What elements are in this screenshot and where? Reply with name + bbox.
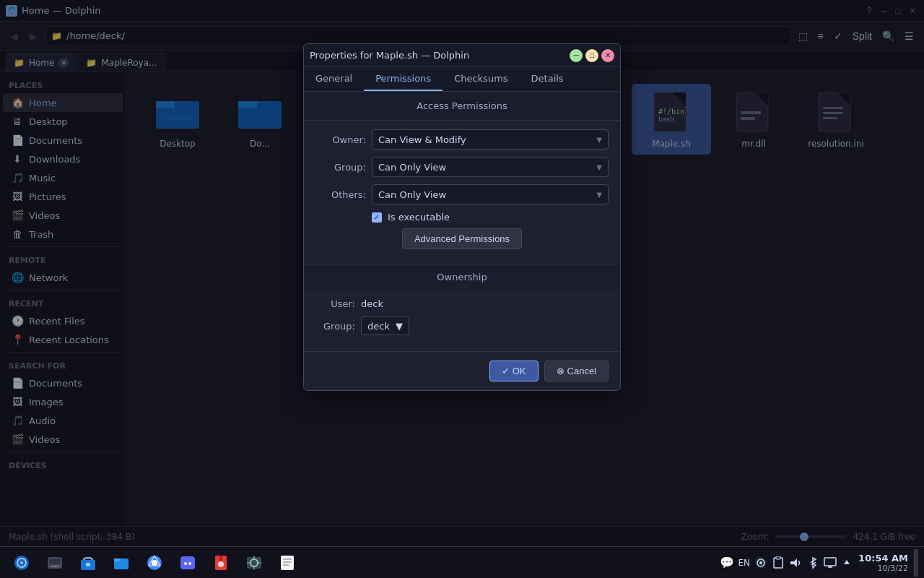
ok-label: OK — [513, 366, 526, 376]
files-icon — [113, 554, 130, 571]
svg-rect-47 — [114, 558, 121, 561]
group-ownership-row: Group: deck ▼ — [315, 316, 609, 335]
owner-value: Can View & Modify — [378, 134, 466, 145]
taskbar-steamos[interactable] — [6, 549, 38, 577]
svg-point-40 — [20, 561, 23, 564]
tray-volume-icon[interactable] — [789, 556, 802, 569]
tab-general[interactable]: General — [304, 67, 364, 91]
svg-rect-43 — [51, 566, 59, 567]
taskbar-discover[interactable] — [39, 549, 71, 577]
access-permissions-body: Owner: Can View & Modify ▼ Group: Can On… — [304, 121, 620, 264]
group-ownership-select[interactable]: deck ▼ — [361, 316, 409, 335]
taskbar-store[interactable] — [72, 549, 104, 577]
properties-dialog: Properties for Maple.sh — Dolphin ─ □ ✕ … — [303, 43, 621, 391]
dialog-minimize-button[interactable]: ─ — [570, 49, 583, 62]
svg-rect-42 — [49, 558, 61, 564]
group-dropdown-arrow: ▼ — [596, 163, 602, 171]
user-label: User: — [315, 298, 355, 309]
svg-point-54 — [218, 561, 224, 567]
taskbar-flatseal[interactable] — [205, 549, 237, 577]
taskbar-right: 💬 EN — [720, 549, 918, 577]
group-row: Group: Can Only View ▼ — [315, 157, 609, 177]
tab-permissions-label: Permissions — [375, 73, 431, 84]
tray-steam-icon[interactable] — [754, 556, 767, 569]
svg-rect-45 — [86, 563, 90, 566]
group-select[interactable]: Can Only View ▼ — [372, 157, 609, 177]
executable-row: ✓ Is executable — [372, 212, 609, 223]
discover-icon — [46, 554, 64, 571]
dialog-controls: ─ □ ✕ — [570, 49, 614, 62]
group-ownership-arrow: ▼ — [396, 321, 403, 332]
tray-expand-icon[interactable] — [841, 557, 853, 569]
tray-bluetooth-icon[interactable] — [806, 556, 819, 569]
taskbar-flameshot[interactable] — [238, 549, 270, 577]
cancel-x-icon: ⊗ — [557, 366, 565, 376]
tab-general-label: General — [315, 73, 352, 84]
taskbar-files[interactable] — [105, 549, 137, 577]
svg-marker-75 — [844, 560, 850, 564]
tray-discord-icon[interactable]: 💬 — [720, 556, 734, 569]
svg-rect-55 — [219, 556, 222, 561]
user-row: User: deck — [315, 298, 609, 309]
tray-clipboard-icon[interactable] — [772, 556, 785, 569]
taskbar: 💬 EN — [0, 546, 924, 578]
svg-rect-50 — [180, 556, 195, 569]
dialog-title-bar: Properties for Maple.sh — Dolphin ─ □ ✕ — [304, 44, 620, 67]
svg-rect-72 — [824, 558, 836, 566]
group-ownership-label: Group: — [315, 321, 355, 332]
show-desktop-button[interactable] — [914, 549, 918, 577]
tab-checksums-label: Checksums — [454, 73, 507, 84]
owner-label: Owner: — [315, 134, 366, 145]
svg-rect-62 — [281, 556, 294, 570]
tab-details-label: Details — [531, 73, 564, 84]
svg-point-51 — [184, 562, 187, 565]
user-value: deck — [361, 298, 383, 309]
ownership-body: User: deck Group: deck ▼ — [304, 290, 620, 351]
access-permissions-header: Access Permissions — [304, 92, 620, 121]
steamos-icon — [13, 554, 30, 571]
taskbar-kate[interactable] — [271, 549, 303, 577]
dialog-close-button[interactable]: ✕ — [601, 49, 614, 62]
tray-keyboard-label[interactable]: EN — [738, 558, 751, 568]
taskbar-chrome[interactable] — [139, 549, 170, 577]
discord-icon — [179, 554, 196, 571]
advanced-permissions-button[interactable]: Advanced Permissions — [402, 228, 522, 249]
clock-date: 10/3/22 — [858, 564, 908, 573]
dialog-content: Access Permissions Owner: Can View & Mod… — [304, 92, 620, 390]
taskbar-discord[interactable] — [172, 549, 204, 577]
owner-row: Owner: Can View & Modify ▼ — [315, 129, 609, 150]
kate-icon — [279, 554, 296, 571]
owner-select[interactable]: Can View & Modify ▼ — [372, 129, 609, 150]
svg-point-49 — [152, 560, 157, 566]
others-row: Others: Can Only View ▼ — [315, 184, 609, 204]
executable-checkbox[interactable]: ✓ — [372, 212, 382, 223]
ok-check-icon: ✓ — [502, 366, 510, 376]
dialog-tab-bar: General Permissions Checksums Details — [304, 67, 620, 92]
tab-permissions[interactable]: Permissions — [364, 67, 443, 91]
cancel-button[interactable]: ⊗ Cancel — [544, 361, 609, 381]
tray-screen-icon[interactable] — [824, 556, 837, 569]
others-dropdown-arrow: ▼ — [596, 191, 602, 199]
others-select[interactable]: Can Only View ▼ — [372, 184, 609, 204]
dialog-footer: ✓ OK ⊗ Cancel — [304, 351, 620, 390]
modal-overlay: Properties for Maple.sh — Dolphin ─ □ ✕ … — [0, 0, 924, 546]
group-ownership-value: deck — [367, 321, 390, 332]
clock[interactable]: 10:54 AM 10/3/22 — [858, 553, 908, 573]
store-icon — [79, 554, 97, 571]
tab-checksums[interactable]: Checksums — [443, 67, 519, 91]
ok-button[interactable]: ✓ OK — [489, 361, 539, 381]
cancel-label: Cancel — [567, 366, 596, 376]
others-value: Can Only View — [378, 189, 446, 200]
ownership-header: Ownership — [304, 264, 620, 290]
owner-dropdown-arrow: ▼ — [596, 136, 602, 144]
dialog-title: Properties for Maple.sh — Dolphin — [310, 50, 469, 61]
group-value: Can Only View — [378, 162, 446, 173]
flatseal-icon — [212, 554, 230, 571]
dialog-maximize-button[interactable]: □ — [585, 49, 598, 62]
others-label: Others: — [315, 189, 366, 200]
group-label: Group: — [315, 162, 366, 173]
tab-details[interactable]: Details — [520, 67, 575, 91]
system-tray: 💬 EN — [720, 556, 853, 569]
svg-marker-71 — [790, 558, 797, 567]
svg-point-52 — [188, 562, 191, 565]
